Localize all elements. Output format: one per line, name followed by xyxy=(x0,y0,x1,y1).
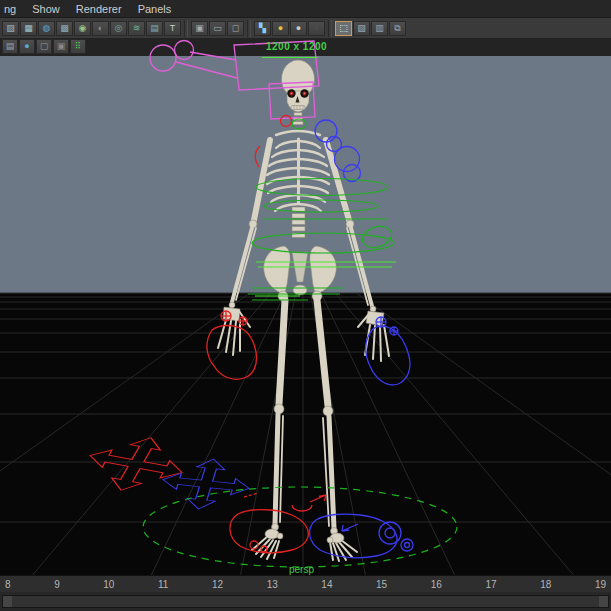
panel-toolbar: ▨▦◍▩◉◐◎≋▤T▣▭◻▚●●●⬚▧▥⧉ xyxy=(0,17,611,38)
camera-select-icon[interactable]: ▣ xyxy=(191,21,208,36)
screen-ao-icon[interactable]: ◎ xyxy=(110,21,127,36)
shadows-icon[interactable]: ◐ xyxy=(92,21,109,36)
no-light-icon-glyph: ● xyxy=(314,24,319,33)
timeline-tick-16: 16 xyxy=(431,579,442,590)
film-gate-icon[interactable]: ▭ xyxy=(209,21,226,36)
toolbar-separator xyxy=(184,20,188,37)
toolbar-separator xyxy=(328,20,332,37)
default-light-icon-glyph: ● xyxy=(278,24,283,33)
isolate-select-icon-glyph: ⬚ xyxy=(339,24,348,33)
greenscreen-icon[interactable]: ⠿ xyxy=(70,39,86,54)
range-slider[interactable] xyxy=(0,592,611,611)
panel-menubar: ngShowRendererPanels xyxy=(0,0,611,17)
timeline-tick-13: 13 xyxy=(267,579,278,590)
no-light-icon[interactable]: ● xyxy=(308,21,325,36)
gate-mask-icon-glyph: ▚ xyxy=(259,24,266,33)
viewport-toolbar-secondary: ▤●▢▣⠿ xyxy=(2,39,86,54)
menu-item-panels[interactable]: Panels xyxy=(138,3,172,15)
timeline-tick-8: 8 xyxy=(5,579,11,590)
timeline-tick-9: 9 xyxy=(54,579,60,590)
shaded-display-icon-glyph: ● xyxy=(24,42,29,51)
node-graph-icon[interactable]: ⧉ xyxy=(389,21,406,36)
viewcube-icon[interactable]: ▢ xyxy=(36,39,52,54)
viewport-canvas[interactable] xyxy=(0,38,611,575)
node-graph-icon-glyph: ⧉ xyxy=(394,24,400,33)
greenscreen-icon-glyph: ⠿ xyxy=(75,42,82,51)
multisample-icon-glyph: ▤ xyxy=(150,24,159,33)
camera-name-label: persp xyxy=(289,564,314,575)
clip-ghost-icon[interactable]: ▨ xyxy=(2,21,19,36)
menu-item-show[interactable]: Show xyxy=(32,3,60,15)
textured-sphere-icon[interactable]: ▩ xyxy=(56,21,73,36)
timeline-tick-14: 14 xyxy=(321,579,332,590)
xray-icon-glyph: ▧ xyxy=(357,24,366,33)
resolution-gate-label: 1200 x 1200 xyxy=(266,41,327,52)
xray-icon[interactable]: ▧ xyxy=(353,21,370,36)
gate-mask-icon[interactable]: ▚ xyxy=(254,21,271,36)
range-slider-handle-right[interactable] xyxy=(599,596,608,607)
shaded-sphere-icon-glyph: ◍ xyxy=(43,24,51,33)
viewcube-icon-glyph: ▢ xyxy=(40,42,49,51)
title-safe-icon[interactable]: T xyxy=(164,21,181,36)
xray-joints-icon-glyph: ▥ xyxy=(375,24,384,33)
timeline-tick-11: 11 xyxy=(158,579,168,590)
use-all-lights-icon-glyph: ◉ xyxy=(79,24,87,33)
wireframe-icon-glyph: ▦ xyxy=(24,24,33,33)
resolution-gate-icon-glyph: ◻ xyxy=(232,24,239,33)
xray-joints-icon[interactable]: ▥ xyxy=(371,21,388,36)
menu-item-renderer[interactable]: Renderer xyxy=(76,3,122,15)
range-slider-track[interactable] xyxy=(2,595,609,608)
viewport-panel[interactable]: ▤●▢▣⠿ 1200 x 1200 persp xyxy=(0,38,611,575)
clip-ghost-icon-glyph: ▨ xyxy=(6,24,15,33)
range-slider-handle-left[interactable] xyxy=(3,596,12,607)
time-slider[interactable]: 8910111213141516171819 xyxy=(0,575,611,592)
timeline-tick-12: 12 xyxy=(212,579,223,590)
timeline-tick-15: 15 xyxy=(376,579,387,590)
shaded-sphere-icon[interactable]: ◍ xyxy=(38,21,55,36)
title-safe-icon-glyph: T xyxy=(170,24,176,33)
viewport-background xyxy=(0,38,611,575)
toolbar-separator xyxy=(247,20,251,37)
motion-blur-icon-glyph: ≋ xyxy=(133,24,141,33)
flat-light-icon[interactable]: ● xyxy=(290,21,307,36)
timeline-tick-17: 17 xyxy=(485,579,496,590)
camera-select-icon-glyph: ▣ xyxy=(195,24,204,33)
film-gate-icon-glyph: ▭ xyxy=(213,24,222,33)
menu-item-ng[interactable]: ng xyxy=(4,3,16,15)
shadows-icon-glyph: ◐ xyxy=(98,24,103,33)
maya-viewport-window: ngShowRendererPanels ▨▦◍▩◉◐◎≋▤T▣▭◻▚●●●⬚▧… xyxy=(0,0,611,611)
textured-sphere-icon-glyph: ▩ xyxy=(60,24,69,33)
multisample-icon[interactable]: ▤ xyxy=(146,21,163,36)
gpu-cache-icon-glyph: ▣ xyxy=(57,42,66,51)
resolution-gate-icon[interactable]: ◻ xyxy=(227,21,244,36)
gpu-cache-icon[interactable]: ▣ xyxy=(53,39,69,54)
use-all-lights-icon[interactable]: ◉ xyxy=(74,21,91,36)
grid-toggle-icon[interactable]: ▤ xyxy=(2,39,18,54)
screen-ao-icon-glyph: ◎ xyxy=(115,24,123,33)
shaded-display-icon[interactable]: ● xyxy=(19,39,35,54)
timeline-tick-10: 10 xyxy=(103,579,114,590)
isolate-select-icon[interactable]: ⬚ xyxy=(335,21,352,36)
grid-toggle-icon-glyph: ▤ xyxy=(6,42,15,51)
motion-blur-icon[interactable]: ≋ xyxy=(128,21,145,36)
flat-light-icon-glyph: ● xyxy=(296,24,301,33)
default-light-icon[interactable]: ● xyxy=(272,21,289,36)
wireframe-icon[interactable]: ▦ xyxy=(20,21,37,36)
timeline-tick-18: 18 xyxy=(540,579,551,590)
timeline-tick-19: 19 xyxy=(595,579,606,590)
